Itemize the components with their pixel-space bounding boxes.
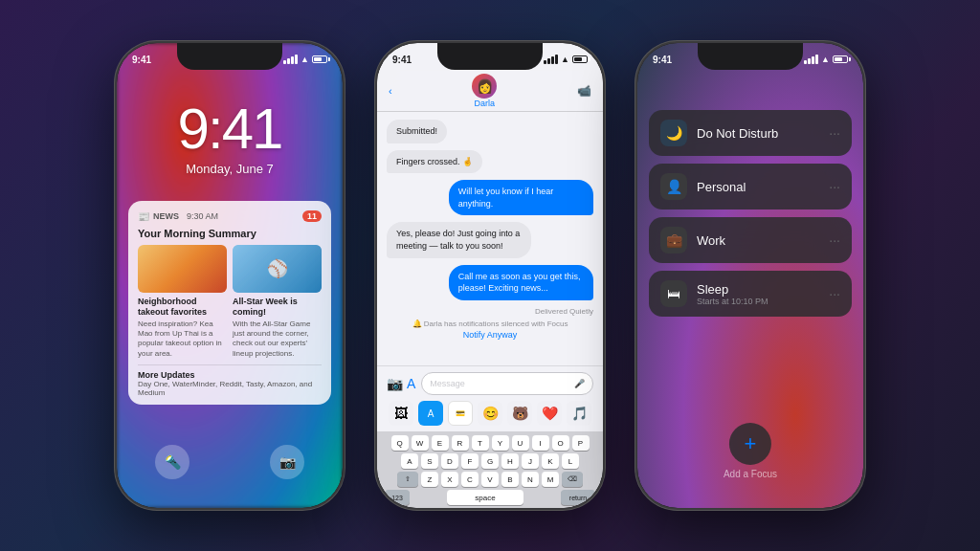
animoji-icon[interactable]: 🐻 [507,401,532,426]
key-d[interactable]: D [441,453,458,469]
apps-input-icon[interactable]: A [407,376,415,391]
message-bubble-sent-2: Call me as soon as you get this, please!… [449,265,593,300]
key-q[interactable]: Q [391,435,409,451]
signal-bar-1 [283,60,286,64]
key-l[interactable]: L [562,453,579,469]
key-n[interactable]: N [522,472,539,487]
heartbeat-icon[interactable]: ❤️ [537,401,562,426]
lockscreen-time: 9:41 [117,100,343,158]
more-updates-text: Day One, WaterMinder, Reddit, Tasty, Ama… [138,380,322,397]
sleep-info: Sleep Starts at 10:10 PM [697,282,819,306]
delete-key[interactable]: ⌫ [562,472,583,487]
news-item-1-title: Neighborhood takeout favorites [138,297,227,318]
sleep-sublabel: Starts at 10:10 PM [697,297,819,306]
wifi-icon: ▲ [301,55,309,64]
space-key[interactable]: space [447,490,523,505]
key-g[interactable]: G [481,453,499,469]
phone-lockscreen: 9:41 ▲ 9:41 Monday, June 7 📰 [115,41,345,510]
shift-key[interactable]: ⇧ [397,472,418,487]
signal-icon [283,55,298,64]
phone-messages: 9:41 ▲ ‹ 👩 [375,41,605,510]
key-h[interactable]: H [501,453,519,469]
photos-app-icon[interactable]: 🖼 [389,401,413,426]
message-row-1: Submitted! [387,120,593,147]
dnd-more-icon[interactable]: ··· [829,125,840,141]
key-s[interactable]: S [421,453,438,469]
key-t[interactable]: T [472,435,489,451]
work-icon: 💼 [660,227,687,253]
battery-fill-3 [835,57,842,61]
notification-card[interactable]: 📰 News 9:30 AM 11 Your Morning Summary N… [128,201,331,405]
notification-image-food [138,245,227,293]
personal-more-icon[interactable]: ··· [829,179,840,194]
back-button[interactable]: ‹ [389,85,392,97]
focus-item-personal[interactable]: 👤 Personal ··· [649,164,852,209]
video-call-button[interactable]: 📹 [577,84,591,98]
sleep-icon: 🛏 [660,280,687,307]
messages-area: Submitted! Fingers crossed. 🤞 Will let y… [377,112,603,374]
notch-3 [698,43,803,70]
key-e[interactable]: E [432,435,449,451]
notch [177,43,282,70]
key-a[interactable]: A [401,453,418,469]
mic-icon: 🎤 [574,379,585,388]
key-x[interactable]: X [441,472,458,487]
num-key[interactable]: 123 [385,490,410,505]
key-k[interactable]: K [542,453,559,469]
battery-icon-3 [833,55,848,63]
status-time-2: 9:41 [392,55,412,65]
lockscreen-date: Monday, June 7 [117,162,343,176]
key-b[interactable]: B [501,472,519,487]
key-p[interactable]: P [572,435,590,451]
keyboard-row-3: ⇧ Z X C V B N M ⌫ [381,472,599,487]
key-r[interactable]: R [452,435,469,451]
return-key[interactable]: return [561,490,595,505]
focus-item-dnd[interactable]: 🌙 Do Not Disturb ··· [649,110,852,156]
key-z[interactable]: Z [421,472,438,487]
personal-label: Personal [697,180,819,194]
notification-content: Neighborhood takeout favorites Need insp… [138,245,322,359]
status-indicators: ▲ [283,55,327,64]
focus-notice: 🔔 Darla has notifications silenced with … [387,320,593,328]
status-indicators-3: ▲ [804,55,848,64]
moon-icon: 🌙 [660,120,687,146]
camera-button[interactable]: 📷 [270,445,304,479]
contact-avatar: 👩 [472,74,497,99]
camera-input-icon[interactable]: 📷 [387,376,403,391]
applepay-icon[interactable]: 💳 [448,401,473,426]
key-c[interactable]: C [461,472,479,487]
signal-bar-4 [295,55,298,64]
news-item-2-text: With the All-Star Game just around the c… [233,320,322,360]
work-more-icon[interactable]: ··· [829,232,840,248]
lockscreen-bottom: 🔦 📷 [117,445,343,479]
notification-item-1: Neighborhood takeout favorites Need insp… [138,245,227,359]
key-w[interactable]: W [412,435,429,451]
message-bubble-received-1: Submitted! [387,120,447,143]
add-focus-button[interactable]: + [729,423,771,465]
notification-badge: 11 [302,210,322,222]
notification-item-2: ⚾ All-Star Week is coming! With the All-… [233,245,322,359]
contact-name[interactable]: Darla [475,99,496,108]
keyboard-bottom-row: 123 space return [381,490,599,505]
focus-item-sleep[interactable]: 🛏 Sleep Starts at 10:10 PM ··· [649,271,852,317]
key-v[interactable]: V [481,472,499,487]
key-m[interactable]: M [542,472,559,487]
key-i[interactable]: I [532,435,549,451]
message-bubble-sent-1: Will let you know if I hear anything. [449,180,593,215]
key-y[interactable]: Y [492,435,509,451]
news-item-2-title: All-Star Week is coming! [233,297,322,318]
appstore-icon[interactable]: A [418,401,443,426]
focus-item-work[interactable]: 💼 Work ··· [649,217,852,263]
message-input[interactable]: Message 🎤 [421,372,593,395]
notify-anyway-button[interactable]: Notify Anyway [387,330,593,340]
flashlight-button[interactable]: 🔦 [155,445,189,479]
keyboard-row-1: Q W E R T Y U I O P [381,435,599,451]
key-f[interactable]: F [461,453,479,469]
key-u[interactable]: U [512,435,529,451]
sleep-more-icon[interactable]: ··· [829,286,840,301]
key-j[interactable]: J [522,453,539,469]
music-icon[interactable]: 🎵 [567,401,591,426]
memoji-icon[interactable]: 😊 [478,401,502,426]
key-o[interactable]: O [552,435,569,451]
wifi-icon-3: ▲ [821,55,830,64]
